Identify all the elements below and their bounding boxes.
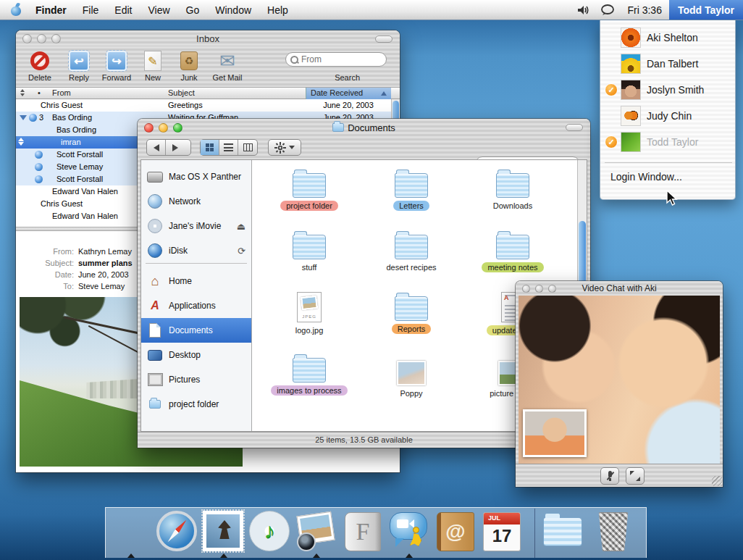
finder-item[interactable]: Downloads <box>466 173 560 212</box>
finder-item-label[interactable]: logo.jpg <box>290 325 329 335</box>
folder-icon[interactable] <box>395 296 428 321</box>
finder-item[interactable]: meeting notes <box>466 235 560 273</box>
menu-edit[interactable]: Edit <box>106 4 140 16</box>
sidebar-item-pictures[interactable]: Pictures <box>141 367 251 392</box>
action-menu-button[interactable] <box>268 139 301 156</box>
finder-item-label[interactable]: Letters <box>393 201 429 211</box>
finder-item[interactable]: desert recipes <box>364 235 458 273</box>
subject-column-header[interactable]: Subject <box>168 88 195 97</box>
video-chat-titlebar[interactable]: Video Chat with Aki <box>516 281 723 296</box>
sidebar-item-project-folder[interactable]: project folder <box>141 392 251 417</box>
junk-button[interactable]: ♻ Junk <box>171 50 207 82</box>
disclosure-triangle-icon[interactable] <box>20 115 27 120</box>
sidebar-item-desktop[interactable]: Desktop <box>141 343 251 367</box>
delete-button[interactable]: Delete <box>22 50 58 82</box>
dock-item-mail[interactable] <box>203 511 245 553</box>
folder-icon[interactable] <box>395 235 428 259</box>
finder-item[interactable]: Reports <box>364 296 458 335</box>
menu-finder[interactable]: Finder <box>28 4 75 16</box>
ichat-status-icon[interactable] <box>600 4 615 16</box>
finder-item-label[interactable]: Downloads <box>487 201 538 211</box>
eject-icon[interactable]: ⏏ <box>237 221 245 232</box>
finder-item-label[interactable]: desert recipes <box>380 262 442 272</box>
dock-item-ichat[interactable] <box>388 511 430 553</box>
fullscreen-button[interactable] <box>626 467 645 485</box>
jpeg-file-icon[interactable]: JPEG <box>297 292 322 322</box>
finder-item[interactable]: images to process <box>262 358 356 396</box>
sidebar-item-network[interactable]: Network <box>141 189 251 214</box>
menu-item-login-window[interactable]: Login Window... <box>610 171 682 183</box>
dock-item-documents-folder[interactable] <box>542 511 584 553</box>
dock-item-trash[interactable] <box>592 511 634 553</box>
folder-icon[interactable] <box>496 235 529 259</box>
mail-search-input[interactable] <box>300 54 382 65</box>
unread-column-header[interactable]: • <box>38 88 41 97</box>
sidebar-item-documents[interactable]: Documents <box>141 318 251 343</box>
resize-grip[interactable] <box>712 476 722 486</box>
dock-item-ical[interactable]: JUL 17 <box>481 511 523 553</box>
menu-item-user[interactable]: Dan Talbert <box>600 51 735 77</box>
mail-row[interactable]: Chris Guest Greetings June 20, 2003 <box>16 99 391 112</box>
from-column-header[interactable]: From <box>52 88 71 97</box>
finder-item-label[interactable]: meeting notes <box>482 262 543 272</box>
menu-view[interactable]: View <box>140 4 177 16</box>
dock-item-finder[interactable] <box>110 511 152 553</box>
user-switch-menu-title[interactable]: Todd Taylor <box>669 0 743 20</box>
menu-item-user[interactable]: Aki Shelton <box>600 25 735 51</box>
sidebar-item-applications[interactable]: A Applications <box>141 293 251 318</box>
menu-item-user[interactable]: Judy Chin <box>600 103 735 129</box>
toolbar-pill-button[interactable] <box>566 124 583 131</box>
dock-item-safari[interactable] <box>156 511 198 553</box>
menu-window[interactable]: Window <box>207 4 259 16</box>
mute-microphone-button[interactable] <box>600 467 619 485</box>
date-column-header[interactable]: Date Received <box>306 88 391 99</box>
folder-icon[interactable] <box>293 358 326 383</box>
menu-bar-clock[interactable]: Fri 3:36 <box>620 4 668 16</box>
mail-search-field[interactable] <box>285 52 387 67</box>
volume-icon[interactable] <box>577 4 590 16</box>
forward-button[interactable] <box>166 140 185 155</box>
apple-menu-icon[interactable] <box>10 4 22 16</box>
menu-file[interactable]: File <box>75 4 107 16</box>
finder-item[interactable]: JPEG logo.jpg <box>262 292 356 336</box>
dock-item-font-book[interactable]: F <box>342 511 384 553</box>
get-mail-button[interactable]: ✉ Get Mail <box>206 50 249 82</box>
finder-item-label[interactable]: Reports <box>392 324 432 334</box>
back-button[interactable] <box>147 140 166 155</box>
mail-titlebar[interactable]: Inbox <box>16 30 400 46</box>
list-view-button[interactable] <box>219 140 238 155</box>
sort-column-icon[interactable] <box>20 89 25 96</box>
toolbar-pill-button[interactable] <box>375 35 393 43</box>
view-mode-buttons[interactable] <box>200 139 258 156</box>
local-video-preview[interactable] <box>523 409 587 457</box>
finder-item-label[interactable]: project folder <box>280 201 338 211</box>
finder-item[interactable]: project folder <box>262 173 356 212</box>
icon-view-button[interactable] <box>201 140 219 155</box>
column-view-button[interactable] <box>238 140 257 155</box>
dock-item-address-book[interactable]: @ <box>435 511 477 553</box>
new-message-button[interactable]: ✎ New <box>135 50 171 82</box>
dock-item-itunes[interactable]: ♪ <box>249 511 291 553</box>
sync-icon[interactable]: ⟳ <box>238 246 245 256</box>
sidebar-item-home[interactable]: ⌂ Home <box>141 269 251 293</box>
sidebar-item-idisk[interactable]: iDisk ⟳ <box>141 238 251 263</box>
finder-item-label[interactable]: images to process <box>271 385 347 396</box>
back-forward-buttons[interactable] <box>146 139 191 156</box>
folder-icon[interactable] <box>496 173 529 198</box>
video-chat-window[interactable]: Video Chat with Aki <box>516 281 723 487</box>
reply-button[interactable]: ↩ Reply <box>61 50 97 82</box>
menu-item-user[interactable]: ✓ Joslyn Smith <box>600 77 735 103</box>
finder-item-label[interactable]: Poppy <box>394 388 428 398</box>
folder-icon[interactable] <box>395 173 428 198</box>
finder-titlebar[interactable]: Documents <box>138 119 590 136</box>
folder-icon[interactable] <box>293 173 326 198</box>
sidebar-item-macosx[interactable]: Mac OS X Panther <box>141 164 251 189</box>
menu-go[interactable]: Go <box>178 4 208 16</box>
folder-icon[interactable] <box>293 235 326 259</box>
forward-button[interactable]: ↪ Forward <box>98 50 135 82</box>
finder-item-label[interactable]: stuff <box>296 262 323 272</box>
finder-item[interactable]: Letters <box>364 173 458 212</box>
finder-item[interactable]: stuff <box>262 235 356 273</box>
finder-item[interactable]: Poppy <box>364 361 458 399</box>
menu-help[interactable]: Help <box>259 4 296 16</box>
